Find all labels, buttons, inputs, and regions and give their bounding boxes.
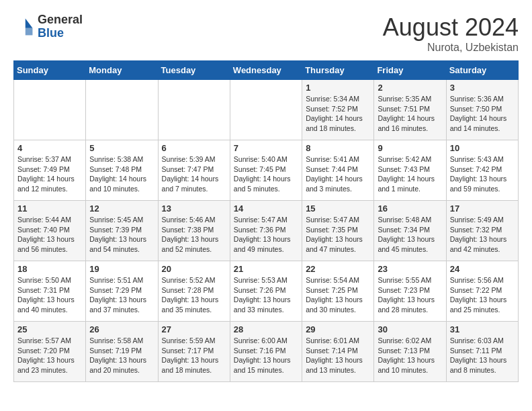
calendar-cell: 30Sunrise: 6:02 AM Sunset: 7:13 PM Dayli… (374, 322, 446, 382)
day-number: 5 (89, 143, 154, 153)
week-row-5: 25Sunrise: 5:57 AM Sunset: 7:20 PM Dayli… (14, 322, 519, 382)
calendar-cell: 5Sunrise: 5:38 AM Sunset: 7:48 PM Daylig… (86, 140, 158, 201)
cell-info: Sunrise: 6:00 AM Sunset: 7:16 PM Dayligh… (234, 336, 298, 375)
calendar-cell: 10Sunrise: 5:43 AM Sunset: 7:42 PM Dayli… (446, 140, 518, 201)
cell-info: Sunrise: 5:46 AM Sunset: 7:38 PM Dayligh… (162, 215, 226, 255)
month-year: August 2024 (383, 13, 519, 42)
day-number: 20 (162, 264, 226, 274)
calendar-cell: 8Sunrise: 5:41 AM Sunset: 7:44 PM Daylig… (302, 140, 374, 201)
week-row-4: 18Sunrise: 5:50 AM Sunset: 7:31 PM Dayli… (14, 261, 519, 322)
calendar-cell: 12Sunrise: 5:45 AM Sunset: 7:39 PM Dayli… (86, 201, 158, 261)
day-number: 8 (306, 143, 370, 153)
header-saturday: Saturday (446, 61, 518, 80)
cell-info: Sunrise: 5:47 AM Sunset: 7:36 PM Dayligh… (234, 215, 298, 255)
cell-info: Sunrise: 5:52 AM Sunset: 7:28 PM Dayligh… (162, 275, 226, 315)
day-number: 28 (234, 324, 298, 334)
calendar-cell: 3Sunrise: 5:36 AM Sunset: 7:50 PM Daylig… (446, 80, 518, 140)
calendar-cell (158, 80, 230, 140)
logo-blue-text: Blue (38, 27, 83, 40)
calendar-cell (14, 80, 86, 140)
cell-info: Sunrise: 5:40 AM Sunset: 7:45 PM Dayligh… (234, 154, 298, 194)
cell-info: Sunrise: 5:49 AM Sunset: 7:32 PM Dayligh… (450, 215, 515, 255)
day-number: 23 (378, 264, 442, 274)
day-number: 21 (234, 264, 298, 274)
calendar-cell: 6Sunrise: 5:39 AM Sunset: 7:47 PM Daylig… (158, 140, 230, 201)
calendar-cell: 11Sunrise: 5:44 AM Sunset: 7:40 PM Dayli… (14, 201, 86, 261)
calendar-cell: 24Sunrise: 5:56 AM Sunset: 7:22 PM Dayli… (446, 261, 518, 322)
cell-info: Sunrise: 5:53 AM Sunset: 7:26 PM Dayligh… (234, 275, 298, 315)
calendar-cell: 14Sunrise: 5:47 AM Sunset: 7:36 PM Dayli… (230, 201, 302, 261)
day-number: 26 (89, 324, 154, 334)
day-number: 2 (378, 83, 442, 93)
week-row-1: 1Sunrise: 5:34 AM Sunset: 7:52 PM Daylig… (14, 80, 519, 140)
day-number: 7 (234, 143, 298, 153)
day-number: 13 (162, 203, 226, 214)
day-number: 3 (450, 83, 515, 93)
cell-info: Sunrise: 5:37 AM Sunset: 7:49 PM Dayligh… (17, 154, 82, 194)
title-block: August 2024 Nurota, Uzbekistan (383, 13, 519, 54)
day-number: 10 (450, 143, 515, 153)
logo-general-text: General (38, 13, 83, 27)
cell-info: Sunrise: 5:59 AM Sunset: 7:17 PM Dayligh… (162, 336, 226, 375)
header-monday: Monday (86, 61, 158, 80)
cell-info: Sunrise: 5:51 AM Sunset: 7:29 PM Dayligh… (89, 275, 154, 315)
day-number: 16 (378, 203, 442, 214)
day-number: 9 (378, 143, 442, 153)
cell-info: Sunrise: 5:35 AM Sunset: 7:51 PM Dayligh… (378, 94, 442, 134)
day-number: 18 (17, 264, 82, 274)
header-friday: Friday (374, 61, 446, 80)
cell-info: Sunrise: 6:03 AM Sunset: 7:11 PM Dayligh… (450, 336, 515, 375)
calendar-cell: 17Sunrise: 5:49 AM Sunset: 7:32 PM Dayli… (446, 201, 518, 261)
cell-info: Sunrise: 5:50 AM Sunset: 7:31 PM Dayligh… (17, 275, 82, 315)
day-number: 1 (306, 83, 370, 93)
calendar-cell: 26Sunrise: 5:58 AM Sunset: 7:19 PM Dayli… (86, 322, 158, 382)
header-wednesday: Wednesday (230, 61, 302, 80)
page-header: General Blue August 2024 Nurota, Uzbekis… (13, 13, 519, 54)
calendar-cell: 2Sunrise: 5:35 AM Sunset: 7:51 PM Daylig… (374, 80, 446, 140)
header-tuesday: Tuesday (158, 61, 230, 80)
day-number: 15 (306, 203, 370, 214)
calendar-cell: 7Sunrise: 5:40 AM Sunset: 7:45 PM Daylig… (230, 140, 302, 201)
calendar-cell: 15Sunrise: 5:47 AM Sunset: 7:35 PM Dayli… (302, 201, 374, 261)
calendar-cell: 4Sunrise: 5:37 AM Sunset: 7:49 PM Daylig… (14, 140, 86, 201)
cell-info: Sunrise: 5:54 AM Sunset: 7:25 PM Dayligh… (306, 275, 370, 315)
logo-text: General Blue (38, 13, 83, 40)
calendar-cell: 25Sunrise: 5:57 AM Sunset: 7:20 PM Dayli… (14, 322, 86, 382)
cell-info: Sunrise: 5:34 AM Sunset: 7:52 PM Dayligh… (306, 94, 370, 134)
day-number: 25 (17, 324, 82, 334)
calendar-cell: 23Sunrise: 5:55 AM Sunset: 7:23 PM Dayli… (374, 261, 446, 322)
header-thursday: Thursday (302, 61, 374, 80)
calendar-cell: 31Sunrise: 6:03 AM Sunset: 7:11 PM Dayli… (446, 322, 518, 382)
calendar-cell: 20Sunrise: 5:52 AM Sunset: 7:28 PM Dayli… (158, 261, 230, 322)
calendar-cell (86, 80, 158, 140)
calendar-cell: 21Sunrise: 5:53 AM Sunset: 7:26 PM Dayli… (230, 261, 302, 322)
day-number: 17 (450, 203, 515, 214)
day-number: 31 (450, 324, 515, 334)
cell-info: Sunrise: 5:55 AM Sunset: 7:23 PM Dayligh… (378, 275, 442, 315)
calendar-cell: 19Sunrise: 5:51 AM Sunset: 7:29 PM Dayli… (86, 261, 158, 322)
header-sunday: Sunday (14, 61, 86, 80)
calendar-cell (230, 80, 302, 140)
logo: General Blue (13, 13, 83, 40)
svg-marker-1 (26, 28, 33, 36)
calendar-cell: 1Sunrise: 5:34 AM Sunset: 7:52 PM Daylig… (302, 80, 374, 140)
calendar-cell: 29Sunrise: 6:01 AM Sunset: 7:14 PM Dayli… (302, 322, 374, 382)
day-number: 29 (306, 324, 370, 334)
day-number: 14 (234, 203, 298, 214)
calendar-cell: 22Sunrise: 5:54 AM Sunset: 7:25 PM Dayli… (302, 261, 374, 322)
cell-info: Sunrise: 5:43 AM Sunset: 7:42 PM Dayligh… (450, 154, 515, 194)
logo-icon (13, 16, 35, 38)
day-number: 22 (306, 264, 370, 274)
cell-info: Sunrise: 5:45 AM Sunset: 7:39 PM Dayligh… (89, 215, 154, 255)
day-number: 4 (17, 143, 82, 153)
cell-info: Sunrise: 5:39 AM Sunset: 7:47 PM Dayligh… (162, 154, 226, 194)
day-number: 30 (378, 324, 442, 334)
day-number: 19 (89, 264, 154, 274)
cell-info: Sunrise: 5:58 AM Sunset: 7:19 PM Dayligh… (89, 336, 154, 375)
calendar-cell: 28Sunrise: 6:00 AM Sunset: 7:16 PM Dayli… (230, 322, 302, 382)
calendar-cell: 16Sunrise: 5:48 AM Sunset: 7:34 PM Dayli… (374, 201, 446, 261)
calendar-header: SundayMondayTuesdayWednesdayThursdayFrid… (14, 61, 519, 80)
day-number: 12 (89, 203, 154, 214)
calendar-cell: 18Sunrise: 5:50 AM Sunset: 7:31 PM Dayli… (14, 261, 86, 322)
cell-info: Sunrise: 5:57 AM Sunset: 7:20 PM Dayligh… (17, 336, 82, 375)
